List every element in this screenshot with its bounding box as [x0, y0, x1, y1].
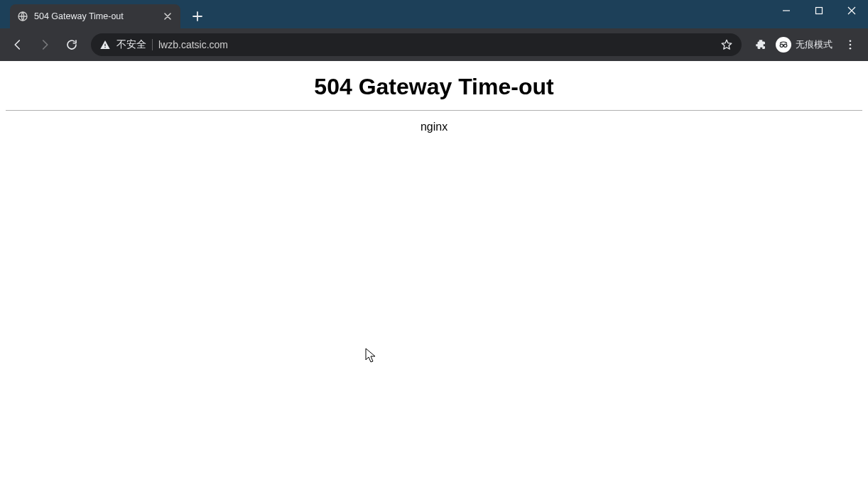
window-titlebar: 504 Gateway Time-out	[0, 0, 868, 28]
bookmark-star-icon[interactable]	[720, 38, 733, 51]
tab-strip: 504 Gateway Time-out	[6, 0, 207, 28]
page-content: 504 Gateway Time-out nginx	[0, 61, 868, 494]
url-text: lwzb.catsic.com	[158, 39, 715, 50]
omnibox-separator	[152, 39, 153, 50]
extensions-button[interactable]	[749, 33, 773, 57]
svg-point-7	[850, 44, 852, 46]
svg-rect-1	[816, 8, 823, 14]
window-maximize-button[interactable]	[803, 0, 835, 21]
browser-toolbar: 不安全 lwzb.catsic.com 无痕模式	[0, 28, 868, 61]
forward-button[interactable]	[33, 33, 57, 57]
svg-rect-2	[104, 44, 105, 46]
new-tab-button[interactable]	[188, 6, 207, 26]
server-name: nginx	[6, 121, 862, 133]
address-bar[interactable]: 不安全 lwzb.catsic.com	[91, 33, 742, 56]
globe-icon	[17, 11, 28, 22]
back-button[interactable]	[6, 33, 30, 57]
security-status-text: 不安全	[116, 38, 146, 51]
menu-button[interactable]	[838, 33, 862, 57]
incognito-chip[interactable]: 无痕模式	[774, 33, 837, 57]
window-minimize-button[interactable]	[770, 0, 803, 21]
svg-point-5	[784, 44, 787, 47]
incognito-label: 无痕模式	[796, 38, 832, 51]
error-heading: 504 Gateway Time-out	[6, 74, 862, 100]
svg-point-4	[780, 44, 783, 47]
window-close-button[interactable]	[835, 0, 868, 21]
incognito-icon	[776, 37, 791, 53]
tab-title: 504 Gateway Time-out	[34, 11, 156, 21]
divider	[6, 110, 862, 111]
warning-triangle-icon	[99, 39, 111, 50]
browser-tab[interactable]: 504 Gateway Time-out	[10, 4, 180, 28]
svg-rect-3	[104, 47, 105, 48]
reload-button[interactable]	[60, 33, 84, 57]
svg-point-8	[850, 48, 852, 50]
toolbar-right-controls: 无痕模式	[749, 33, 862, 57]
window-controls	[770, 0, 868, 28]
close-tab-icon[interactable]	[162, 11, 173, 22]
svg-point-6	[850, 40, 852, 42]
